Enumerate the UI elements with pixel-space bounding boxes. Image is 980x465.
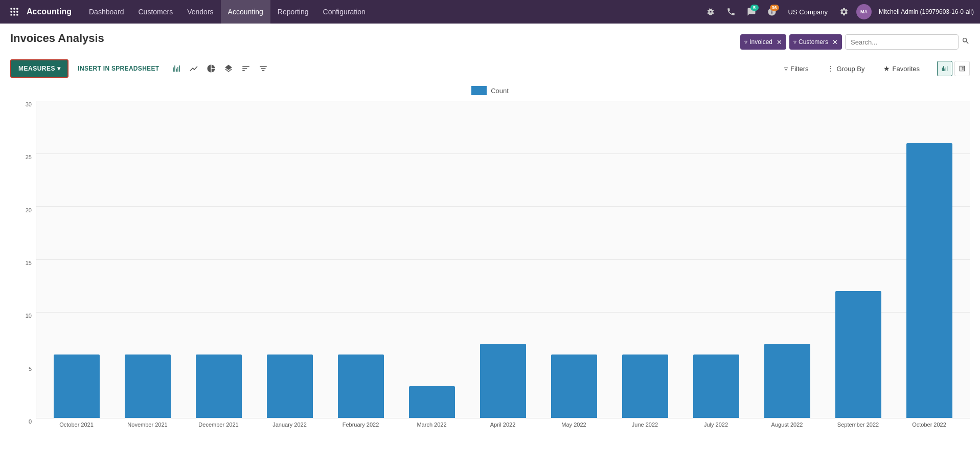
activity-icon-btn[interactable]: 36 xyxy=(764,4,780,20)
x-label: April 2022 xyxy=(467,422,538,428)
sort-asc-icon-btn[interactable] xyxy=(255,60,271,77)
groupby-label: Group By xyxy=(837,65,865,73)
svg-rect-5 xyxy=(16,11,18,12)
filter-invoiced: ▿ Invoiced ✕ xyxy=(740,34,786,50)
filter-invoiced-close[interactable]: ✕ xyxy=(777,39,782,46)
bug-icon-btn[interactable] xyxy=(702,4,719,20)
chart-view-btn[interactable] xyxy=(937,61,952,76)
bar-group xyxy=(41,355,112,418)
nav-right: 5 36 US Company MA Mitchell Admin (19979… xyxy=(702,4,974,20)
svg-rect-6 xyxy=(11,14,12,15)
nav-reporting[interactable]: Reporting xyxy=(270,0,316,24)
bar[interactable] xyxy=(338,355,384,418)
apps-icon[interactable] xyxy=(6,4,22,20)
x-axis: October 2021November 2021December 2021Ja… xyxy=(36,418,970,428)
legend-color-count xyxy=(471,86,487,95)
bar[interactable] xyxy=(54,355,100,418)
bar[interactable] xyxy=(196,355,242,418)
svg-rect-0 xyxy=(11,8,12,10)
phone-icon-btn[interactable] xyxy=(723,4,739,20)
filter-customers-close[interactable]: ✕ xyxy=(832,39,838,46)
nav-dashboard[interactable]: Dashboard xyxy=(82,0,131,24)
bar-group xyxy=(326,355,397,418)
bar[interactable] xyxy=(693,355,739,418)
bar-group xyxy=(255,355,326,418)
bar[interactable] xyxy=(835,291,881,418)
chart-legend: Count xyxy=(10,86,970,95)
svg-rect-7 xyxy=(13,14,15,15)
bar[interactable] xyxy=(622,355,668,418)
x-label: October 2021 xyxy=(41,422,112,428)
groupby-btn[interactable]: ⋮ Group By xyxy=(822,61,870,76)
settings-icon-btn[interactable] xyxy=(836,4,852,20)
chart-type-icons xyxy=(168,60,271,77)
bar-chart-icon-btn[interactable] xyxy=(168,60,185,77)
filters-btn[interactable]: ▿ Filters xyxy=(779,61,813,76)
bar[interactable] xyxy=(125,355,171,418)
nav-configuration[interactable]: Configuration xyxy=(316,0,373,24)
filter-customers-label: Customers xyxy=(799,38,828,46)
search-input[interactable] xyxy=(851,38,953,46)
x-label: November 2021 xyxy=(112,422,183,428)
avatar[interactable]: MA xyxy=(856,4,872,19)
svg-rect-1 xyxy=(13,8,15,10)
nav-vendors[interactable]: Vendors xyxy=(180,0,220,24)
pie-chart-icon-btn[interactable] xyxy=(203,60,219,77)
bar-group xyxy=(894,143,965,418)
favorites-btn[interactable]: ★ Favorites xyxy=(878,61,925,76)
stack-icon-btn[interactable] xyxy=(220,60,237,77)
sort-desc-icon-btn[interactable] xyxy=(238,60,254,77)
measures-button[interactable]: MEASURES ▾ xyxy=(10,59,69,78)
insert-spreadsheet-button[interactable]: INSERT IN SPREADSHEET xyxy=(73,59,164,78)
bar-group xyxy=(468,344,539,418)
bar[interactable] xyxy=(906,143,952,418)
bar[interactable] xyxy=(551,355,597,418)
filters-label: Filters xyxy=(790,65,808,73)
bar-group xyxy=(538,355,609,418)
search-icon-btn[interactable] xyxy=(962,37,970,47)
x-label: May 2022 xyxy=(538,422,609,428)
groupby-icon: ⋮ xyxy=(827,64,834,73)
chat-badge: 5 xyxy=(750,5,759,11)
svg-rect-2 xyxy=(16,8,18,10)
nav-customers[interactable]: Customers xyxy=(131,0,180,24)
bars-container xyxy=(36,101,970,418)
x-label: September 2022 xyxy=(823,422,894,428)
bar[interactable] xyxy=(764,344,810,418)
nav-accounting[interactable]: Accounting xyxy=(221,0,270,24)
filter-customers: ▿ Customers ✕ xyxy=(789,34,842,50)
legend-label-count: Count xyxy=(491,87,509,95)
bar[interactable] xyxy=(267,355,313,418)
bar-group xyxy=(397,386,468,418)
chat-icon-btn[interactable]: 5 xyxy=(743,4,760,20)
x-label: January 2022 xyxy=(254,422,325,428)
filter-invoiced-label: Invoiced xyxy=(749,38,772,46)
filter-icon-btn: ▿ xyxy=(784,64,788,73)
x-label: March 2022 xyxy=(396,422,467,428)
chart-wrapper: 0 5 10 15 20 25 30 xyxy=(10,101,970,428)
page-title: Invoices Analysis xyxy=(10,32,104,45)
search-box xyxy=(845,34,959,50)
activity-badge: 36 xyxy=(770,5,779,11)
bar[interactable] xyxy=(409,386,455,418)
line-chart-icon-btn[interactable] xyxy=(186,60,202,77)
filter-customers-icon: ▿ xyxy=(793,38,796,46)
bar-group xyxy=(680,355,751,418)
x-label: October 2022 xyxy=(894,422,965,428)
bar[interactable] xyxy=(480,344,526,418)
bar-group xyxy=(184,355,255,418)
view-toggle xyxy=(937,61,970,76)
svg-rect-3 xyxy=(11,11,12,12)
right-controls: ▿ Filters ⋮ Group By ★ Favorites xyxy=(779,61,970,76)
table-view-btn[interactable] xyxy=(954,61,970,76)
filter-icon: ▿ xyxy=(744,38,747,46)
bar-group xyxy=(751,344,823,418)
toolbar-row: MEASURES ▾ INSERT IN SPREADSHEET xyxy=(10,59,970,78)
x-label: December 2021 xyxy=(183,422,254,428)
favorites-label: Favorites xyxy=(893,65,920,73)
star-icon: ★ xyxy=(883,64,890,73)
bar-group xyxy=(112,355,184,418)
x-label: July 2022 xyxy=(680,422,751,428)
bar-group xyxy=(609,355,680,418)
x-label: August 2022 xyxy=(751,422,823,428)
